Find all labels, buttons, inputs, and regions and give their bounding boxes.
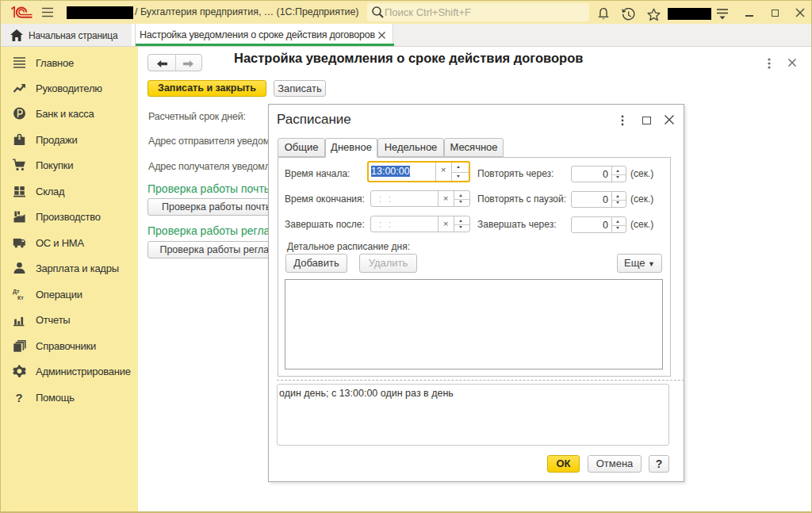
- svg-text:?: ?: [16, 390, 23, 404]
- svg-text:Кт: Кт: [17, 294, 24, 300]
- svg-text:Дт: Дт: [13, 288, 20, 294]
